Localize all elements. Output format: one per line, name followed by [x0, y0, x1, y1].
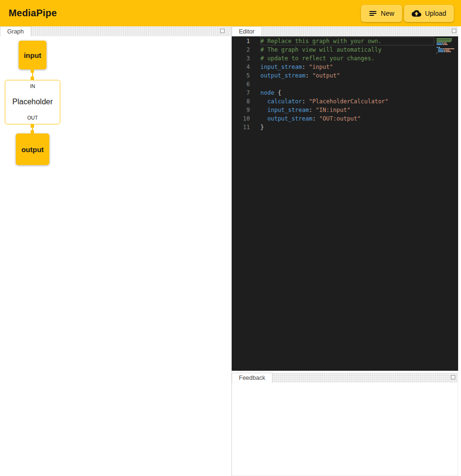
code-token-plain [260, 107, 267, 113]
code-token-key: node [260, 89, 274, 96]
line-number[interactable]: 6 [232, 80, 250, 89]
app-window: MediaPipe New Upload Graph [0, 0, 461, 476]
minimap-line [437, 48, 457, 49]
tab-editor[interactable]: Editor [232, 26, 262, 36]
port-square [31, 124, 34, 128]
upload-button[interactable]: Upload [404, 5, 454, 22]
code-token-key: calculator [267, 98, 302, 105]
minimap-segment [437, 50, 438, 51]
line-number[interactable]: 2 [232, 45, 250, 54]
code-line[interactable]: } [260, 123, 434, 132]
input-port-label: IN [30, 83, 35, 89]
feedback-panel-header[interactable]: Feedback [232, 373, 458, 383]
minimap-segment [437, 44, 442, 45]
code-token-plain [260, 115, 267, 122]
feedback-panel: Feedback [232, 373, 458, 476]
line-number[interactable]: 1 [232, 37, 250, 45]
minimap-segment [437, 51, 438, 52]
code-line[interactable] [260, 80, 434, 89]
minimap-segment [439, 47, 440, 48]
code-token-plain: : [312, 115, 319, 122]
code-token-string: "IN:input" [316, 107, 350, 113]
minimap-segment [442, 43, 443, 44]
code-line[interactable]: input_stream: "IN:input" [260, 106, 434, 114]
graph-edge [31, 69, 34, 80]
menu-lines-icon [369, 9, 377, 18]
code-line[interactable]: input_stream: "input" [260, 63, 434, 71]
minimap-segment [437, 47, 439, 48]
graph-node-placeholder[interactable]: IN Placeholder OUT [5, 80, 60, 124]
port-square [31, 77, 34, 80]
new-button-label: New [381, 10, 394, 17]
minimap-segment [438, 51, 444, 52]
code-token-comment: # Replace this graph with your own. [260, 38, 382, 44]
new-button[interactable]: New [361, 5, 402, 22]
minimap-segment [437, 43, 442, 44]
maximize-icon[interactable] [452, 29, 456, 33]
code-token-plain: : [305, 72, 312, 79]
minimap-segment [443, 44, 444, 45]
code-token-key: input_stream [260, 64, 302, 70]
minimap-segment [444, 44, 448, 45]
code-token-plain: { [274, 89, 281, 96]
graph-node-output[interactable]: output [16, 133, 49, 165]
editor-panel-header[interactable]: Editor [232, 26, 458, 36]
code-line[interactable]: output_stream: "output" [260, 71, 434, 80]
minimap-segment [444, 50, 445, 51]
code-line[interactable]: node { [260, 89, 434, 97]
minimap-line [437, 45, 457, 46]
minimap-segment [446, 51, 451, 52]
node-label: Placeholder [12, 98, 53, 106]
editor-panel: Editor 1234567891011 # Replace this grap… [232, 26, 458, 371]
minimap-line [437, 50, 457, 51]
minimap-segment [445, 50, 450, 51]
code-token-plain: : [302, 64, 309, 70]
code-token-plain: } [260, 124, 264, 131]
line-number[interactable]: 7 [232, 89, 250, 97]
graph-canvas[interactable]: input IN Placeholder OUT output [0, 36, 231, 476]
code-line[interactable]: # update to reflect your changes. [260, 54, 434, 63]
port-square [31, 130, 34, 133]
tab-graph[interactable]: Graph [0, 26, 31, 36]
line-number[interactable]: 11 [232, 123, 250, 132]
code-line[interactable]: # Replace this graph with your own. [260, 37, 434, 45]
line-number[interactable]: 8 [232, 97, 250, 106]
line-number[interactable]: 10 [232, 114, 250, 123]
code-token-string: "output" [312, 72, 340, 79]
minimap-line [437, 43, 457, 44]
code-line[interactable]: calculator: "PlaceholderCalculator" [260, 97, 434, 106]
node-label: input [24, 51, 42, 59]
minimap-segment [444, 43, 447, 44]
line-number[interactable]: 5 [232, 71, 250, 80]
minimap-segment [443, 48, 444, 49]
code-line[interactable]: output_stream: "OUT:output" [260, 114, 434, 123]
minimap-line [437, 51, 457, 52]
header: MediaPipe New Upload [0, 0, 461, 26]
line-number[interactable]: 3 [232, 54, 250, 63]
graph-panel: Graph input IN Placeholder OUT [0, 26, 232, 476]
cloud-upload-icon [412, 9, 421, 18]
minimap-line [437, 47, 457, 48]
tab-feedback[interactable]: Feedback [232, 373, 272, 383]
minimap-segment [437, 48, 438, 49]
code-token-comment: # The graph view will automatically [260, 46, 382, 53]
code-line[interactable]: # The graph view will automatically [260, 45, 434, 54]
line-number[interactable]: 4 [232, 63, 250, 71]
right-column: Editor 1234567891011 # Replace this grap… [232, 26, 461, 476]
editor-gutter[interactable]: 1234567891011 [232, 37, 250, 371]
line-number[interactable]: 9 [232, 106, 250, 114]
code-area[interactable]: # Replace this graph with your own.# The… [260, 37, 434, 371]
graph-node-input[interactable]: input [19, 41, 46, 69]
minimap[interactable] [435, 38, 458, 371]
main-area: Graph input IN Placeholder OUT [0, 26, 461, 476]
graph-panel-header[interactable]: Graph [0, 26, 231, 36]
graph-edge [31, 124, 34, 133]
code-token-string: "PlaceholderCalculator" [309, 98, 388, 105]
minimap-segment [437, 38, 452, 39]
maximize-icon[interactable] [451, 375, 455, 379]
code-token-key: output_stream [267, 115, 312, 122]
code-editor[interactable]: 1234567891011 # Replace this graph with … [232, 36, 458, 371]
minimap-segment [437, 41, 451, 42]
minimap-line [437, 44, 457, 45]
maximize-icon[interactable] [220, 29, 225, 33]
